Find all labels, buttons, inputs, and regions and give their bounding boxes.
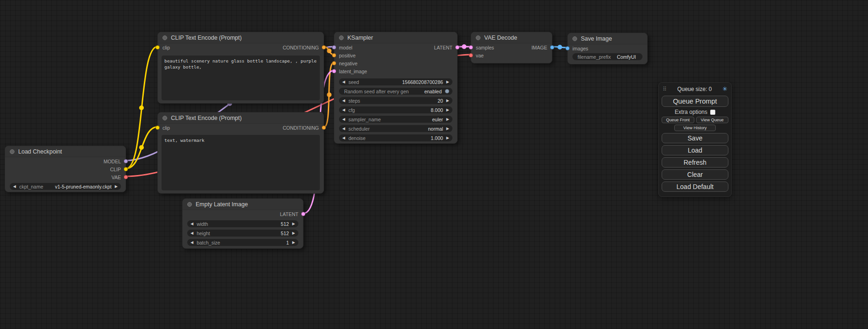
save-button[interactable]: Save	[662, 133, 728, 143]
input-slot-latent-image[interactable]	[332, 69, 336, 73]
input-slot-vae[interactable]	[469, 53, 473, 57]
collapse-dot-icon[interactable]	[187, 202, 192, 207]
widget-ckpt-name[interactable]: ◀ ckpt_name v1-5-pruned-emaonly.ckpt ▶	[10, 183, 121, 190]
node-title-bar[interactable]: CLIP Text Encode (Prompt)	[158, 32, 324, 43]
input-slot-clip[interactable]	[155, 126, 160, 130]
input-slot-negative[interactable]	[332, 61, 336, 65]
collapse-dot-icon[interactable]	[162, 35, 167, 40]
increment-arrow-icon[interactable]: ▶	[446, 127, 449, 131]
increment-arrow-icon[interactable]: ▶	[446, 80, 449, 84]
widget-cfg[interactable]: ◀ cfg 8.000 ▶	[339, 106, 452, 113]
node-title-bar[interactable]: Load Checkpoint	[5, 146, 126, 157]
widget-label: filename_prefix	[578, 54, 611, 60]
input-slot-samples[interactable]	[469, 45, 473, 49]
load-button[interactable]: Load	[662, 145, 728, 155]
widget-height[interactable]: ◀ height 512 ▶	[187, 230, 298, 237]
output-slot-conditioning[interactable]	[322, 45, 326, 49]
view-queue-button[interactable]: View Queue	[696, 117, 729, 123]
queue-front-button[interactable]: Queue Front	[662, 117, 694, 123]
decrement-arrow-icon[interactable]: ◀	[342, 80, 345, 84]
view-history-button[interactable]: View History	[674, 125, 716, 131]
node-save-image[interactable]: Save Image images filename_prefix ComfyU…	[567, 33, 648, 64]
widget-sampler-name[interactable]: ◀ sampler_name euler ▶	[339, 116, 452, 123]
increment-arrow-icon[interactable]: ▶	[292, 222, 295, 226]
queue-prompt-button[interactable]: Queue Prompt	[662, 96, 728, 107]
widget-value: euler	[384, 117, 443, 122]
widget-random-seed-toggle[interactable]: Random seed after every gen enabled	[339, 88, 452, 95]
collapse-dot-icon[interactable]	[339, 35, 344, 40]
increment-arrow-icon[interactable]: ▶	[446, 108, 449, 112]
widget-steps[interactable]: ◀ steps 20 ▶	[339, 97, 452, 104]
input-slot-clip[interactable]	[155, 45, 160, 49]
decrement-arrow-icon[interactable]: ◀	[191, 241, 193, 245]
node-vae-decode[interactable]: VAE Decode samples IMAGE vae	[471, 32, 552, 63]
decrement-arrow-icon[interactable]: ◀	[13, 185, 16, 189]
increment-arrow-icon[interactable]: ▶	[115, 185, 118, 189]
decrement-arrow-icon[interactable]: ◀	[342, 136, 345, 140]
input-label-positive: positive	[339, 53, 356, 58]
widget-label: width	[197, 221, 208, 227]
collapse-dot-icon[interactable]	[572, 36, 577, 41]
settings-gear-icon[interactable]: ✳	[722, 85, 727, 92]
decrement-arrow-icon[interactable]: ◀	[342, 108, 345, 112]
output-slot-model[interactable]	[124, 159, 128, 163]
widget-scheduler[interactable]: ◀ scheduler normal ▶	[339, 125, 452, 132]
output-slot-image[interactable]	[550, 45, 554, 49]
node-title: KSampler	[347, 35, 373, 41]
node-empty-latent-image[interactable]: Empty Latent Image LATENT ◀ width 512 ▶ …	[182, 198, 303, 249]
decrement-arrow-icon[interactable]: ◀	[342, 127, 345, 131]
slot-row: positive	[334, 51, 457, 59]
output-slot-latent[interactable]	[455, 45, 459, 49]
decrement-arrow-icon[interactable]: ◀	[191, 222, 193, 226]
widget-seed[interactable]: ◀ seed 156680208700286 ▶	[339, 78, 452, 85]
output-label-latent: LATENT	[434, 45, 452, 50]
load-default-button[interactable]: Load Default	[662, 182, 728, 192]
increment-arrow-icon[interactable]: ▶	[292, 231, 295, 235]
increment-arrow-icon[interactable]: ▶	[446, 99, 449, 103]
widget-label: scheduler	[348, 126, 370, 132]
output-slot-clip[interactable]	[124, 167, 128, 171]
slot-row: negative	[334, 59, 457, 67]
node-title-bar[interactable]: Save Image	[568, 33, 647, 44]
decrement-arrow-icon[interactable]: ◀	[342, 118, 345, 121]
positive-prompt-textarea[interactable]: beautiful scenery nature glass bottle la…	[162, 56, 320, 100]
node-clip-text-encode-positive[interactable]: CLIP Text Encode (Prompt) clip CONDITION…	[157, 32, 324, 104]
node-clip-text-encode-negative[interactable]: CLIP Text Encode (Prompt) clip CONDITION…	[157, 112, 324, 194]
increment-arrow-icon[interactable]: ▶	[446, 118, 449, 121]
collapse-dot-icon[interactable]	[476, 35, 480, 40]
output-slot-conditioning[interactable]	[322, 126, 326, 130]
input-slot-model[interactable]	[332, 45, 336, 49]
refresh-button[interactable]: Refresh	[662, 157, 728, 168]
decrement-arrow-icon[interactable]: ◀	[191, 231, 193, 235]
widget-batch-size[interactable]: ◀ batch_size 1 ▶	[187, 239, 298, 246]
widget-filename-prefix[interactable]: filename_prefix ComfyUI	[572, 53, 642, 60]
extra-options-checkbox[interactable]	[710, 110, 715, 115]
drag-handle-icon[interactable]: ⠿	[663, 86, 667, 92]
node-title-bar[interactable]: KSampler	[334, 32, 457, 43]
node-title: CLIP Text Encode (Prompt)	[171, 115, 242, 121]
increment-arrow-icon[interactable]: ▶	[292, 241, 295, 245]
input-slot-positive[interactable]	[332, 53, 336, 57]
input-slot-images[interactable]	[565, 46, 570, 50]
collapse-dot-icon[interactable]	[162, 116, 167, 120]
clear-button[interactable]: Clear	[662, 169, 728, 180]
node-title-bar[interactable]: Empty Latent Image	[183, 199, 303, 210]
node-title-bar[interactable]: VAE Decode	[471, 32, 552, 43]
negative-prompt-textarea[interactable]: text, watermark	[162, 135, 320, 190]
decrement-arrow-icon[interactable]: ◀	[342, 99, 345, 103]
output-slot-latent[interactable]	[301, 212, 305, 216]
input-label-images: images	[572, 46, 588, 51]
widget-width[interactable]: ◀ width 512 ▶	[187, 220, 298, 227]
menu-header: ⠿ Queue size: 0 ✳	[662, 84, 728, 94]
input-label-vae: vae	[476, 53, 484, 58]
increment-arrow-icon[interactable]: ▶	[446, 136, 449, 140]
widget-label: sampler_name	[348, 117, 381, 122]
output-row: LATENT	[183, 210, 303, 218]
widget-denoise[interactable]: ◀ denoise 1.000 ▶	[339, 134, 452, 141]
output-slot-vae[interactable]	[124, 175, 128, 179]
node-load-checkpoint[interactable]: Load Checkpoint MODEL CLIP VAE ◀ ckpt_na…	[5, 146, 126, 192]
node-title-bar[interactable]: CLIP Text Encode (Prompt)	[158, 112, 324, 124]
node-ksampler[interactable]: KSampler model LATENT positive negative …	[334, 32, 458, 144]
collapse-dot-icon[interactable]	[10, 149, 14, 154]
toggle-dot-icon[interactable]	[445, 89, 449, 93]
